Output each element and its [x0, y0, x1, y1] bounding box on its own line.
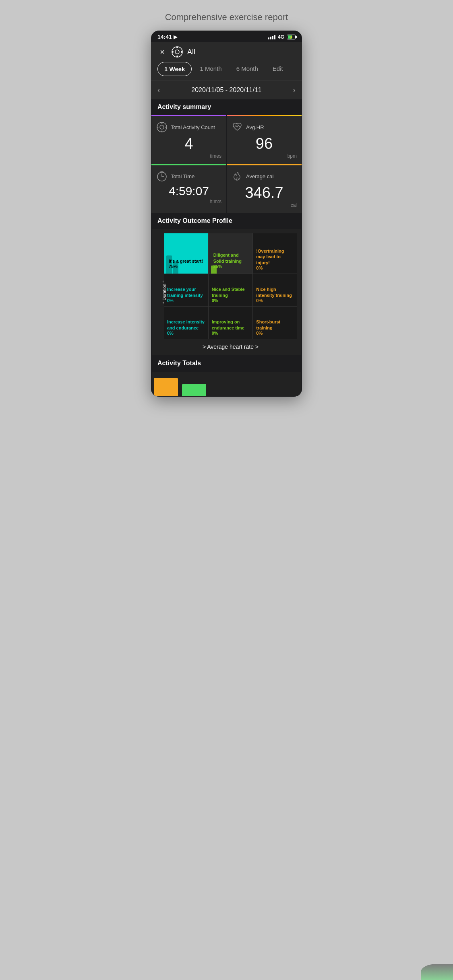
card-header-hr: Avg.HR: [232, 121, 297, 133]
duration-label: ^ Duration ^: [162, 280, 167, 304]
fire-icon: [232, 171, 243, 182]
prev-date-button[interactable]: ‹: [157, 85, 160, 95]
avg-hr-unit: bpm: [232, 153, 297, 159]
outcome-cell-1-2: Nice high intensity training 0%: [253, 274, 297, 306]
outcome-cell-1-0: Increase your training intensity 0%: [164, 274, 208, 306]
svg-point-6: [157, 122, 167, 132]
svg-point-8: [161, 123, 163, 124]
activity-totals-section: Activity Totals: [151, 356, 302, 396]
date-range-display: 2020/11/05 - 2020/11/11: [191, 86, 261, 94]
cell-label-2-2: Short-burst training: [256, 319, 294, 331]
cell-label-1-2: Nice high intensity training: [256, 286, 294, 298]
activity-totals-header: Activity Totals: [151, 356, 302, 371]
signal-bars: [268, 35, 275, 39]
tab-1month[interactable]: 1 Month: [193, 62, 228, 76]
svg-point-11: [165, 127, 167, 128]
svg-point-4: [172, 51, 174, 53]
status-right: 4G ⚡: [268, 34, 296, 40]
activity-icon: [171, 46, 183, 58]
cell-pct-1-1: 0%: [212, 298, 250, 303]
total-time-bar: [151, 164, 226, 165]
outcome-cell-1-1: Nice and Stable training 0%: [209, 274, 253, 306]
totals-bar-1: [154, 378, 178, 396]
card-header-time: Total Time: [156, 171, 221, 182]
cell-pct-0-2: 0%: [256, 266, 294, 270]
avg-cal-value: 346.7: [232, 184, 297, 202]
avg-cal-label: Average cal: [246, 173, 273, 179]
cell-label-1-1: Nice and Stable training: [212, 286, 250, 298]
network-label: 4G: [278, 34, 284, 40]
cell-pct-2-1: 0%: [212, 331, 250, 336]
cell-pct-2-2: 0%: [256, 331, 294, 336]
avg-hr-bar: [227, 115, 302, 116]
tab-bar: 1 Week 1 Month 6 Month Edit: [151, 62, 302, 80]
cell-pct-0-1: 25%: [213, 264, 248, 269]
nav-bar: × All: [151, 42, 302, 62]
svg-point-2: [176, 47, 178, 48]
totals-preview-chart: [152, 372, 301, 396]
avg-hr-card: Avg.HR 96 bpm: [227, 115, 302, 164]
outcome-profile-header: Activity Outcome Profile: [151, 213, 302, 229]
svg-point-7: [160, 125, 164, 129]
total-activity-label: Total Activity Count: [171, 124, 215, 130]
time-display: 14:41: [157, 34, 172, 40]
tab-edit[interactable]: Edit: [266, 62, 290, 76]
outcome-cell-0-2: !Overtraining may lead to injury! 0%: [253, 233, 297, 274]
status-left: 14:41 ▶: [157, 34, 177, 40]
svg-point-1: [175, 50, 179, 54]
nav-filter-label: All: [187, 48, 195, 56]
status-bar: 14:41 ▶ 4G ⚡: [151, 31, 302, 42]
location-icon: ▶: [174, 34, 177, 40]
avg-cal-unit: cal: [232, 202, 297, 208]
total-time-label: Total Time: [171, 173, 194, 179]
close-button[interactable]: ×: [157, 47, 167, 57]
total-time-card: Total Time 4:59:07 h:m:s: [151, 164, 226, 213]
avg-hr-label: Avg.HR: [246, 124, 264, 130]
activity-summary-header: Activity summary: [151, 99, 302, 115]
cell-pct-1-2: 0%: [256, 298, 294, 303]
cell-pct-1-0: 0%: [167, 298, 205, 303]
date-range-bar: ‹ 2020/11/05 - 2020/11/11 ›: [151, 80, 302, 99]
summary-grid: Total Activity Count 4 times Avg.HR 96 b…: [151, 115, 302, 213]
cell-content-0-1: Diligent and Solid training 25%: [212, 251, 250, 270]
total-activity-value: 4: [156, 135, 221, 152]
outcome-cell-2-0: Increase intensity and endurance 0%: [164, 307, 208, 339]
cell-label-2-1: Improving on endurance time: [212, 319, 250, 331]
timer-icon: [156, 171, 168, 182]
total-activity-bar: [151, 115, 226, 116]
outcome-cell-2-1: Improving on endurance time 0%: [209, 307, 253, 339]
tab-6month[interactable]: 6 Month: [230, 62, 265, 76]
svg-point-10: [157, 127, 159, 128]
cell-pct-0-0: 75%: [169, 264, 203, 269]
cell-label-0-2: !Overtraining may lead to injury!: [256, 248, 294, 266]
cell-label-0-0: It's a great start!: [169, 258, 203, 264]
outcome-cell-2-2: Short-burst training 0%: [253, 307, 297, 339]
outcome-grid-wrapper: ^ Duration ^ ✛ ✛ It's a great start! 75%: [152, 229, 301, 355]
card-header-activity: Total Activity Count: [156, 121, 221, 133]
outcome-cell-0-1: Diligent and Solid training 25%: [209, 233, 253, 274]
total-time-unit: h:m:s: [156, 199, 221, 204]
avg-cal-card: Average cal 346.7 cal: [227, 164, 302, 213]
totals-bar-2: [182, 384, 206, 396]
avg-hr-row: > Average heart rate >: [164, 339, 297, 355]
svg-point-3: [176, 56, 178, 57]
charging-icon: ⚡: [289, 35, 293, 39]
cell-label-1-0: Increase your training intensity: [167, 286, 205, 298]
activity-count-icon: [156, 121, 168, 133]
total-activity-unit: times: [156, 153, 221, 159]
heart-rate-icon: [232, 121, 243, 133]
svg-point-9: [161, 131, 163, 132]
avg-hr-value: 96: [232, 135, 297, 152]
tab-1week[interactable]: 1 Week: [157, 62, 192, 76]
phone-frame: 14:41 ▶ 4G ⚡ ×: [151, 31, 302, 397]
card-header-cal: Average cal: [232, 171, 297, 182]
total-activity-card: Total Activity Count 4 times: [151, 115, 226, 164]
next-date-button[interactable]: ›: [293, 85, 296, 95]
battery-indicator: ⚡: [287, 35, 296, 39]
svg-point-5: [181, 51, 182, 53]
outcome-profile-section: Activity Outcome Profile ^ Duration ^ ✛ …: [151, 213, 302, 355]
page-title: Comprehensive exercise report: [151, 12, 302, 23]
outcome-cell-0-0: It's a great start! 75%: [164, 233, 208, 274]
cell-pct-2-0: 0%: [167, 331, 205, 336]
cell-label-0-1: Diligent and Solid training: [213, 252, 248, 264]
